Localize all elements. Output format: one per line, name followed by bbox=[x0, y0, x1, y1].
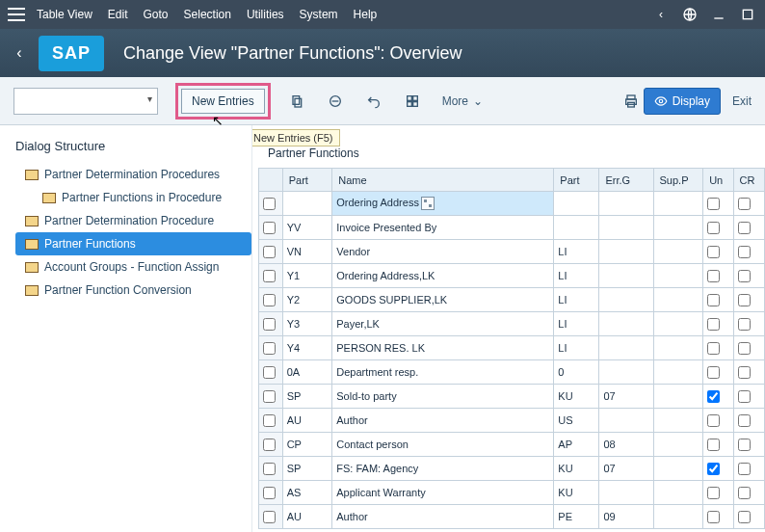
cell-partner-type[interactable]: LI bbox=[554, 312, 599, 336]
cell-part-fn[interactable]: SP bbox=[282, 457, 332, 481]
cell-sup[interactable] bbox=[653, 336, 703, 360]
cell-name[interactable]: Ordering Address bbox=[332, 192, 554, 216]
row-select-checkbox[interactable] bbox=[263, 414, 276, 427]
table-row[interactable]: Y1Ordering Address,LKLI bbox=[259, 264, 765, 288]
row-select-checkbox[interactable] bbox=[263, 439, 276, 451]
cell-sup[interactable] bbox=[653, 385, 703, 409]
cell-name[interactable]: Ordering Address,LK bbox=[332, 264, 554, 288]
cell-unique[interactable] bbox=[703, 240, 733, 264]
cell-unique[interactable] bbox=[703, 192, 733, 216]
cell-name[interactable]: PERSON RES. LK bbox=[332, 336, 554, 360]
menu-selection[interactable]: Selection bbox=[184, 8, 231, 21]
cell-part-fn[interactable]: Y3 bbox=[282, 312, 332, 336]
cell-sup[interactable] bbox=[653, 288, 703, 312]
row-select-checkbox[interactable] bbox=[263, 198, 276, 210]
cell-cr[interactable] bbox=[733, 360, 764, 385]
cell-partner-type[interactable]: US bbox=[554, 409, 599, 433]
table-row[interactable]: YVInvoice Presented By bbox=[259, 216, 765, 240]
col-header-3[interactable]: Err.G bbox=[599, 169, 653, 192]
col-header-4[interactable]: Sup.P bbox=[653, 169, 703, 192]
unique-checkbox[interactable] bbox=[707, 366, 720, 379]
undo-icon[interactable] bbox=[361, 89, 386, 114]
table-row[interactable]: Ordering Address bbox=[259, 192, 765, 216]
unique-checkbox[interactable] bbox=[707, 246, 720, 258]
more-menu[interactable]: More ⌄ bbox=[442, 94, 483, 108]
cell-partner-type[interactable]: LI bbox=[554, 288, 599, 312]
menu-system[interactable]: System bbox=[300, 8, 338, 21]
window-icon[interactable] bbox=[738, 5, 757, 24]
cell-unique[interactable] bbox=[703, 216, 733, 240]
command-field[interactable] bbox=[13, 88, 158, 115]
cell-sup[interactable] bbox=[653, 481, 703, 505]
table-row[interactable]: SPFS: FAM: AgencyKU07 bbox=[259, 457, 765, 481]
row-select-checkbox[interactable] bbox=[263, 487, 276, 499]
row-select-checkbox[interactable] bbox=[263, 246, 276, 258]
cell-unique[interactable] bbox=[703, 360, 733, 385]
table-row[interactable]: AUAuthorPE09 bbox=[259, 505, 765, 529]
cell-cr[interactable] bbox=[733, 288, 764, 312]
table-row[interactable]: Y3Payer,LKLI bbox=[259, 312, 765, 336]
cell-name[interactable]: Payer,LK bbox=[332, 312, 554, 336]
row-selector[interactable] bbox=[259, 216, 283, 240]
unique-checkbox[interactable] bbox=[707, 198, 720, 210]
cr-checkbox[interactable] bbox=[738, 439, 751, 451]
cell-error-group[interactable]: 09 bbox=[599, 505, 653, 529]
cr-checkbox[interactable] bbox=[738, 511, 751, 523]
row-selector[interactable] bbox=[259, 312, 283, 336]
table-row[interactable]: VNVendorLI bbox=[259, 240, 765, 264]
cell-sup[interactable] bbox=[653, 457, 703, 481]
table-row[interactable]: Y2GOODS SUPPLIER,LKLI bbox=[259, 288, 765, 312]
row-selector[interactable] bbox=[259, 433, 283, 457]
col-header-2[interactable]: Part bbox=[554, 169, 599, 192]
unique-checkbox[interactable] bbox=[707, 463, 720, 475]
cell-part-fn[interactable]: YV bbox=[282, 216, 332, 240]
row-select-checkbox[interactable] bbox=[263, 222, 276, 234]
print-icon[interactable] bbox=[619, 89, 644, 114]
row-select-checkbox[interactable] bbox=[263, 463, 276, 475]
back-icon[interactable]: ‹ bbox=[0, 44, 39, 62]
cell-name[interactable]: Invoice Presented By bbox=[332, 216, 554, 240]
cell-unique[interactable] bbox=[703, 481, 733, 505]
menu-goto[interactable]: Goto bbox=[144, 8, 169, 21]
cell-error-group[interactable] bbox=[599, 216, 653, 240]
row-select-checkbox[interactable] bbox=[263, 366, 276, 379]
row-selector[interactable] bbox=[259, 192, 283, 216]
cell-unique[interactable] bbox=[703, 433, 733, 457]
cell-unique[interactable] bbox=[703, 264, 733, 288]
cell-name[interactable]: Applicant Warranty bbox=[332, 481, 554, 505]
cell-cr[interactable] bbox=[733, 505, 764, 529]
cell-error-group[interactable]: 07 bbox=[599, 457, 653, 481]
cell-error-group[interactable] bbox=[599, 360, 653, 385]
cell-part-fn[interactable]: VN bbox=[282, 240, 332, 264]
row-selector[interactable] bbox=[259, 264, 283, 288]
cell-name[interactable]: Sold-to party bbox=[332, 385, 554, 409]
table-row[interactable]: Y4PERSON RES. LKLI bbox=[259, 336, 765, 360]
cell-name[interactable]: Author bbox=[332, 409, 554, 433]
table-row[interactable]: SPSold-to partyKU07 bbox=[259, 385, 765, 409]
unique-checkbox[interactable] bbox=[707, 511, 720, 523]
cell-name[interactable]: Contact person bbox=[332, 433, 554, 457]
row-selector[interactable] bbox=[259, 481, 283, 505]
cell-partner-type[interactable]: KU bbox=[554, 481, 599, 505]
cell-sup[interactable] bbox=[653, 192, 703, 216]
cell-sup[interactable] bbox=[653, 433, 703, 457]
row-selector[interactable] bbox=[259, 505, 283, 529]
cell-name[interactable]: GOODS SUPPLIER,LK bbox=[332, 288, 554, 312]
cell-cr[interactable] bbox=[733, 264, 764, 288]
cell-cr[interactable] bbox=[733, 409, 764, 433]
row-selector[interactable] bbox=[259, 288, 283, 312]
cell-sup[interactable] bbox=[653, 240, 703, 264]
row-select-checkbox[interactable] bbox=[263, 390, 276, 403]
cell-partner-type[interactable]: LI bbox=[554, 336, 599, 360]
row-selector[interactable] bbox=[259, 385, 283, 409]
menu-table-view[interactable]: Table View bbox=[37, 8, 92, 21]
cell-cr[interactable] bbox=[733, 385, 764, 409]
new-entries-button[interactable]: New Entries bbox=[181, 89, 265, 114]
row-selector[interactable] bbox=[259, 240, 283, 264]
row-select-checkbox[interactable] bbox=[263, 318, 276, 331]
cell-cr[interactable] bbox=[733, 192, 764, 216]
tree-item-3[interactable]: Partner Functions bbox=[15, 232, 251, 255]
cell-part-fn[interactable] bbox=[282, 192, 332, 216]
tree-item-2[interactable]: Partner Determination Procedure bbox=[15, 209, 251, 232]
cell-name[interactable]: FS: FAM: Agency bbox=[332, 457, 554, 481]
